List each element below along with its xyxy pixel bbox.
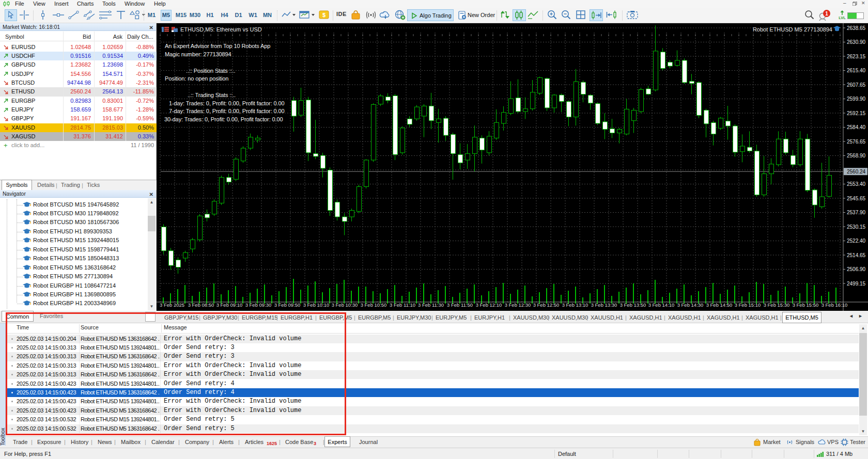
svg-text:3 Feb 15:10: 3 Feb 15:10 (735, 302, 761, 308)
svg-text:3 Feb 09:10: 3 Feb 09:10 (216, 302, 243, 308)
svg-text:3 Feb 13:30: 3 Feb 13:30 (591, 302, 617, 308)
svg-text:3 Feb 15:30: 3 Feb 15:30 (764, 302, 790, 308)
svg-text:..:: Trading Stats ::..: ..:: Trading Stats ::.. (188, 92, 236, 98)
svg-text:Toolbox: Toolbox (0, 428, 6, 446)
svg-text:3 Feb 14:10: 3 Feb 14:10 (648, 302, 675, 308)
svg-text:3 Feb 11:30: 3 Feb 11:30 (418, 302, 444, 308)
svg-text:3 Feb 10:50: 3 Feb 10:50 (361, 302, 387, 308)
svg-text:3 Feb 11:10: 3 Feb 11:10 (390, 302, 415, 308)
svg-text:3 Feb 16:10: 3 Feb 16:10 (822, 302, 848, 308)
svg-text:2623.15: 2623.15 (847, 54, 866, 59)
svg-text:2576.65: 2576.65 (847, 139, 866, 145)
svg-text:Position: no open position: Position: no open position (165, 75, 228, 82)
svg-text:3 Feb 12:30: 3 Feb 12:30 (505, 302, 531, 308)
svg-text:7-day: Trades: 0, Profit: 0.00: 7-day: Trades: 0, Profit: 0.00, Profit f… (169, 108, 285, 114)
svg-text:2530.15: 2530.15 (847, 224, 866, 230)
svg-text:3 Feb 14:50: 3 Feb 14:50 (706, 302, 733, 308)
svg-text:3 Feb 13:10: 3 Feb 13:10 (562, 302, 588, 308)
svg-text:3 Feb 12:10: 3 Feb 12:10 (476, 302, 502, 308)
svg-text:2545.65: 2545.65 (847, 196, 866, 201)
svg-text:2599.90: 2599.90 (847, 96, 866, 102)
svg-text:..:: Position Stats ::..: ..:: Position Stats ::.. (186, 68, 235, 74)
svg-text:3 Feb 12:50: 3 Feb 12:50 (533, 302, 560, 308)
svg-text:2553.40: 2553.40 (847, 181, 866, 187)
svg-text:3 Feb 14:30: 3 Feb 14:30 (677, 302, 704, 308)
svg-text:3 Feb 08:50: 3 Feb 08:50 (188, 302, 214, 308)
svg-text:30-day: Trades: 0, Profit: 0.0: 30-day: Trades: 0, Profit: 0.00, Profit … (164, 116, 283, 122)
svg-text:2638.65: 2638.65 (847, 25, 866, 31)
svg-text:Robot ETHUSD M5 277130894: Robot ETHUSD M5 277130894 (753, 26, 832, 33)
svg-text:2568.90: 2568.90 (847, 153, 866, 159)
svg-text:3 Feb 10:10: 3 Feb 10:10 (303, 302, 330, 308)
svg-text:3 Feb 09:30: 3 Feb 09:30 (245, 302, 272, 308)
svg-text:3 Feb 11:50: 3 Feb 11:50 (447, 302, 473, 308)
svg-text:2630.90: 2630.90 (847, 39, 866, 45)
svg-text:2607.65: 2607.65 (847, 82, 866, 88)
svg-text:2560.24: 2560.24 (847, 169, 866, 175)
svg-text:1: 1 (825, 11, 828, 17)
svg-text:3 Feb 15:50: 3 Feb 15:50 (793, 302, 819, 308)
svg-text:$: $ (322, 12, 326, 18)
svg-text:3 Feb 2025: 3 Feb 2025 (160, 302, 184, 308)
svg-text:2506.90: 2506.90 (847, 266, 866, 272)
svg-text:2499.15: 2499.15 (847, 281, 866, 287)
svg-text:3 Feb 09:50: 3 Feb 09:50 (274, 302, 301, 308)
svg-text:1-day: Trades: 0, Profit: 0.00: 1-day: Trades: 0, Profit: 0.00, Profit f… (169, 100, 285, 106)
svg-text:2537.90: 2537.90 (847, 210, 866, 215)
svg-text:An Expert Advisor from Top 10: An Expert Advisor from Top 10 Robots App (165, 43, 270, 49)
svg-text:3 Feb 13:50: 3 Feb 13:50 (620, 302, 646, 308)
svg-text:2592.15: 2592.15 (847, 110, 866, 116)
svg-text:Magic number: 277130894: Magic number: 277130894 (165, 51, 231, 57)
svg-text:2584.40: 2584.40 (847, 124, 866, 130)
svg-text:2514.65: 2514.65 (847, 252, 866, 258)
svg-text:2615.40: 2615.40 (847, 68, 866, 73)
svg-text:3 Feb 10:30: 3 Feb 10:30 (332, 302, 358, 308)
svg-text:2522.40: 2522.40 (847, 238, 866, 244)
svg-text:ETHUSD,M5: Ethereum vs USD: ETHUSD,M5: Ethereum vs USD (180, 26, 262, 33)
svg-text:LVL: LVL (839, 15, 846, 20)
